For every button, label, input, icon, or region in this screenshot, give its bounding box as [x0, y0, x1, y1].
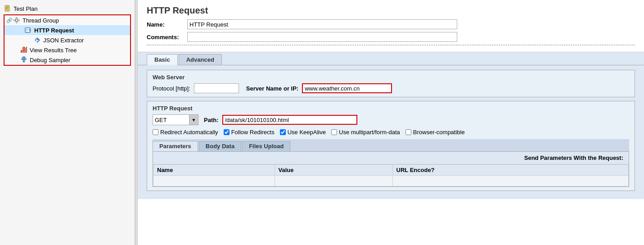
checkbox-browser-compat[interactable]: Browser-compatible — [405, 129, 465, 136]
cell-url-encode — [392, 176, 628, 186]
right-panel: HTTP Request Name: Comments: Basic Advan… — [138, 0, 644, 245]
http-request-section-title: HTTP Request — [153, 105, 629, 112]
svg-point-9 — [19, 20, 20, 21]
svg-point-20 — [25, 58, 27, 59]
tree-box: 🔗 Thread Group — [4, 14, 131, 66]
main-content: Web Server Protocol [http]: Server Name … — [138, 65, 644, 199]
browser-compat-checkbox[interactable] — [405, 129, 411, 135]
svg-point-17 — [23, 47, 25, 50]
col-value: Value — [275, 165, 392, 176]
svg-rect-3 — [6, 9, 8, 9]
name-row: Name: — [147, 19, 635, 29]
protocol-input[interactable] — [194, 83, 239, 93]
server-name-input[interactable] — [302, 83, 392, 93]
dotted-separator — [147, 45, 635, 45]
tab-advanced[interactable]: Advanced — [179, 54, 222, 65]
thread-group-icon — [13, 16, 21, 24]
comments-label: Comments: — [147, 34, 187, 41]
thread-group-label: Thread Group — [23, 17, 59, 24]
tree-item-view-results[interactable]: View Results Tree — [5, 45, 130, 55]
web-server-row: Protocol [http]: Server Name or IP: — [153, 83, 629, 93]
tree-item-debug-sampler[interactable]: Debug Sampler — [5, 55, 130, 65]
follow-redirects-label: Follow Redirects — [231, 129, 275, 136]
method-select[interactable]: GET POST PUT DELETE PATCH — [153, 115, 189, 125]
name-input[interactable] — [187, 19, 457, 29]
debug-sampler-icon — [20, 56, 28, 64]
comments-input[interactable] — [187, 32, 457, 42]
debug-sampler-label: Debug Sampler — [30, 57, 70, 64]
send-params-header: Send Parameters With the Request: — [153, 152, 629, 164]
tab-basic[interactable]: Basic — [147, 54, 178, 65]
http-request-header: HTTP Request Name: Comments: — [138, 0, 644, 52]
multipart-checkbox[interactable] — [331, 129, 337, 135]
path-input[interactable] — [222, 115, 357, 125]
svg-point-8 — [14, 20, 14, 21]
use-keepalive-label: Use KeepAlive — [288, 129, 326, 136]
path-label: Path: — [204, 117, 219, 123]
method-select-wrapper[interactable]: GET POST PUT DELETE PATCH ▼ — [153, 114, 198, 125]
tree-item-http-request[interactable]: HTTP Request — [5, 25, 130, 35]
svg-rect-1 — [6, 7, 9, 7]
web-server-section: Web Server Protocol [http]: Server Name … — [147, 70, 635, 97]
checkbox-keepalive[interactable]: Use KeepAlive — [280, 129, 326, 136]
multipart-label: Use multipart/form-data — [339, 129, 400, 136]
http-request-section: HTTP Request GET POST PUT DELETE PATCH ▼… — [147, 101, 635, 191]
svg-rect-2 — [6, 8, 9, 8]
protocol-label: Protocol [http]: — [153, 85, 190, 92]
main-tabs: Basic Advanced — [138, 52, 644, 65]
svg-point-6 — [16, 17, 17, 18]
checkbox-redirect-auto[interactable]: Redirect Automatically — [153, 129, 218, 136]
connector-thread: 🔗 — [6, 18, 13, 23]
web-server-title: Web Server — [153, 74, 629, 81]
redirect-auto-checkbox[interactable] — [153, 129, 158, 135]
follow-redirects-checkbox[interactable] — [224, 129, 230, 135]
checkbox-follow-redirects[interactable]: Follow Redirects — [224, 129, 275, 136]
view-results-label: View Results Tree — [30, 47, 77, 54]
inner-tab-files-upload[interactable]: Files Upload — [242, 141, 290, 151]
params-area: Send Parameters With the Request: Name V… — [153, 152, 629, 187]
test-plan-label: Test Plan — [14, 5, 37, 12]
inner-tabs: Parameters Body Data Files Upload — [153, 139, 629, 152]
comments-row: Comments: — [147, 32, 635, 42]
inner-tab-body-data[interactable]: Body Data — [199, 141, 241, 151]
svg-rect-16 — [26, 47, 27, 53]
svg-rect-13 — [21, 50, 22, 53]
method-row: GET POST PUT DELETE PATCH ▼ Path: — [153, 114, 629, 125]
svg-rect-18 — [23, 57, 25, 60]
svg-point-7 — [16, 23, 17, 23]
method-dropdown-btn[interactable]: ▼ — [189, 115, 198, 125]
http-request-icon — [24, 26, 32, 34]
params-table: Name Value URL Encode? — [153, 164, 629, 186]
tree-item-test-plan[interactable]: Test Plan — [2, 4, 133, 14]
cell-value — [275, 176, 392, 186]
test-plan-icon — [4, 5, 12, 13]
json-extractor-label: JSON Extractor — [43, 37, 84, 44]
name-label: Name: — [147, 21, 187, 28]
http-request-label: HTTP Request — [34, 27, 74, 34]
cell-name — [153, 176, 275, 186]
svg-point-4 — [15, 19, 18, 22]
inner-tab-parameters[interactable]: Parameters — [153, 141, 198, 151]
tree-item-thread-group[interactable]: 🔗 Thread Group — [5, 15, 130, 25]
use-keepalive-checkbox[interactable] — [280, 129, 286, 135]
redirect-auto-label: Redirect Automatically — [160, 129, 218, 136]
table-row-empty — [153, 176, 629, 186]
svg-point-19 — [22, 58, 23, 59]
tree-item-json-extractor[interactable]: ▶ JSON Extractor — [5, 35, 130, 45]
checkboxes-row: Redirect Automatically Follow Redirects … — [153, 129, 629, 136]
svg-rect-0 — [5, 5, 9, 11]
svg-point-5 — [14, 18, 19, 23]
json-extractor-icon: ▶ — [33, 36, 41, 44]
server-name-label: Server Name or IP: — [246, 85, 298, 92]
browser-compat-label: Browser-compatible — [413, 129, 465, 136]
page-title: HTTP Request — [147, 5, 635, 16]
checkbox-multipart[interactable]: Use multipart/form-data — [331, 129, 400, 136]
col-name: Name — [153, 165, 275, 176]
view-results-icon — [20, 46, 28, 54]
left-panel: Test Plan 🔗 Thread Group — [0, 0, 135, 245]
col-url-encode: URL Encode? — [392, 165, 628, 176]
